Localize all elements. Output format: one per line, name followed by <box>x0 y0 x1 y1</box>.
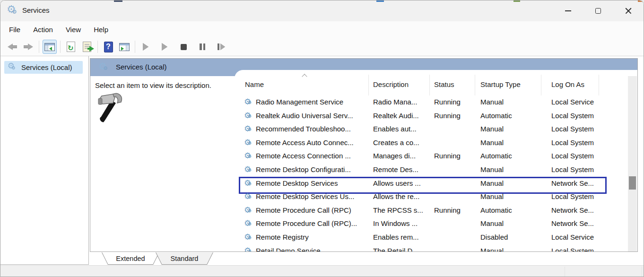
cell-status: Running <box>434 206 461 214</box>
backdrop-chip <box>114 0 122 2</box>
tree-item-label: Services (Local) <box>21 63 72 71</box>
service-row[interactable]: ⚙Remote Procedure Call (RPC)The RPCSS s.… <box>235 204 608 218</box>
minimize-icon <box>565 10 571 11</box>
pause-service-icon <box>200 43 205 50</box>
scrollbar-thumb[interactable] <box>629 176 636 190</box>
title-bar[interactable]: Services <box>0 0 644 21</box>
service-row[interactable]: ⚙Remote Desktop Services Us...Allows the… <box>235 190 608 204</box>
toolbar: ↻ <box>0 38 644 56</box>
column-separator[interactable] <box>368 75 369 95</box>
vertical-scrollbar[interactable] <box>628 76 637 251</box>
start-service-button[interactable] <box>139 40 153 54</box>
tab-standard[interactable]: Standard <box>156 252 213 265</box>
cell-startup-type: Manual <box>480 125 504 133</box>
cell-description: In Windows ... <box>373 219 418 227</box>
back-button[interactable] <box>5 40 19 54</box>
service-gear-icon: ⚙ <box>244 124 251 133</box>
column-header-status[interactable]: Status <box>434 80 454 88</box>
column-header-name[interactable]: Name <box>245 80 264 88</box>
forward-button[interactable] <box>21 40 35 54</box>
column-header-description[interactable]: Description <box>373 80 409 88</box>
column-separator[interactable] <box>541 75 541 95</box>
cell-status: Running <box>434 152 461 160</box>
maximize-button[interactable] <box>583 0 613 21</box>
menu-file[interactable]: File <box>9 26 20 34</box>
tab-extended[interactable]: Extended <box>102 252 159 265</box>
resume-service-icon <box>162 43 167 51</box>
service-row-selected[interactable]: ⚙Remote Desktop ServicesAllows users ...… <box>235 177 608 191</box>
toolbar-separator <box>135 41 135 53</box>
cell-name: Remote Desktop Services Us... <box>256 192 354 200</box>
show-hide-console-tree-button[interactable] <box>43 40 57 54</box>
cell-name: Radio Management Service <box>256 98 343 106</box>
tree-item-services-local[interactable]: Services (Local) <box>4 61 83 74</box>
menu-action[interactable]: Action <box>33 26 53 34</box>
panel-title: Services (Local) <box>116 63 167 71</box>
export-list-icon <box>83 42 91 52</box>
column-separator[interactable] <box>599 75 599 95</box>
services-rows: ⚙Radio Management ServiceRadio Mana...Ru… <box>235 96 637 251</box>
cell-startup-type: Manual <box>480 165 504 173</box>
tab-label: Standard <box>156 252 213 264</box>
column-separator[interactable] <box>475 75 475 95</box>
resume-service-button[interactable] <box>157 40 172 54</box>
cell-startup-type: Manual <box>480 192 504 200</box>
cell-startup-type: Automatic <box>480 152 512 160</box>
help-button[interactable] <box>101 40 115 54</box>
service-gear-icon: ⚙ <box>244 246 251 251</box>
close-button[interactable] <box>613 0 644 21</box>
service-row[interactable]: ⚙Remote Procedure Call (RPC)...In Window… <box>235 217 608 231</box>
service-row[interactable]: ⚙Remote Access Connection ...Manages di.… <box>235 150 608 164</box>
cell-log-on-as: Network Se... <box>551 206 594 214</box>
console-tree-pane: Services (Local) <box>0 56 89 265</box>
service-row[interactable]: ⚙Remote Desktop Configurati...Remote Des… <box>235 164 608 177</box>
pause-service-button[interactable] <box>195 40 209 54</box>
service-gear-icon: ⚙ <box>244 164 251 174</box>
cell-startup-type: Manual <box>480 138 504 147</box>
column-header-log-on-as[interactable]: Log On As <box>551 80 584 88</box>
cell-name: Remote Access Auto Connec... <box>256 138 354 147</box>
cell-description: Enables aut... <box>373 125 417 133</box>
show-hide-action-pane-button[interactable] <box>117 40 131 54</box>
menu-bar: FileActionViewHelp <box>0 21 644 38</box>
service-gear-icon: ⚙ <box>244 191 251 201</box>
restart-service-button[interactable] <box>214 40 228 54</box>
menu-view[interactable]: View <box>66 26 81 34</box>
stop-service-button[interactable] <box>176 40 191 54</box>
description-prompt: Select an item to view its description. <box>95 81 211 89</box>
start-service-icon <box>143 43 148 51</box>
backdrop-chip <box>376 0 384 2</box>
cell-description: Realtek Audi... <box>373 112 419 120</box>
hammer-image <box>97 93 126 124</box>
column-header-startup-type[interactable]: Startup Type <box>480 80 521 88</box>
services-list: NameDescriptionStatusStartup TypeLog On … <box>235 70 637 251</box>
cell-startup-type: Disabled <box>480 233 508 241</box>
service-row[interactable]: ⚙Recommended Troubleshoo...Enables aut..… <box>235 123 608 137</box>
cell-log-on-as: Network Se... <box>551 179 594 187</box>
service-gear-icon: ⚙ <box>244 111 251 120</box>
service-row[interactable]: ⚙Remote Access Auto Connec...Creates a c… <box>235 137 608 150</box>
background-window-sliver <box>0 0 644 2</box>
maximize-icon <box>595 8 601 14</box>
export-list-button[interactable] <box>80 40 94 54</box>
cell-startup-type: Manual <box>480 98 504 106</box>
column-separator[interactable] <box>429 75 430 95</box>
cell-description: Radio Mana... <box>373 98 417 106</box>
cell-log-on-as: Local System <box>551 152 594 160</box>
service-row[interactable]: ⚙Radio Management ServiceRadio Mana...Ru… <box>235 96 608 110</box>
cell-description: Allows users ... <box>373 179 421 187</box>
show-hide-action-pane-icon <box>119 43 130 51</box>
menu-help[interactable]: Help <box>94 26 108 34</box>
cell-log-on-as: Local System <box>551 165 594 173</box>
refresh-button[interactable]: ↻ <box>64 40 78 54</box>
service-row[interactable]: ⚙Remote RegistryEnables rem...DisabledLo… <box>235 231 608 245</box>
cell-log-on-as: Network Se... <box>551 219 594 227</box>
services-gears-icon <box>98 62 109 73</box>
toolbar-separator <box>60 41 61 53</box>
cell-startup-type: Manual <box>480 247 504 251</box>
service-row[interactable]: ⚙Realtek Audio Universal Serv...Realtek … <box>235 110 608 123</box>
service-row[interactable]: ⚙Retail Demo ServiceThe Retail D...Manua… <box>235 245 608 251</box>
minimize-button[interactable] <box>553 0 583 21</box>
services-gears-icon <box>8 62 17 71</box>
sort-ascending-icon <box>303 74 306 78</box>
